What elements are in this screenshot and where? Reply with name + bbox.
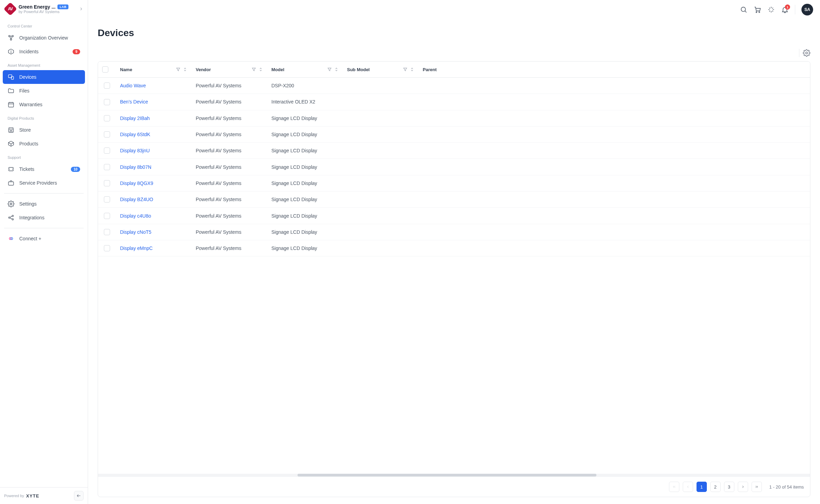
svg-point-14: [9, 217, 10, 218]
sort-icon[interactable]: [334, 67, 339, 72]
section-digital-products: Digital Products: [3, 111, 85, 123]
row-checkbox[interactable]: [104, 196, 110, 202]
row-checkbox[interactable]: [104, 180, 110, 186]
page-3-button[interactable]: 3: [724, 482, 734, 492]
cell-model: Signage LCD Display: [267, 240, 343, 256]
table-settings-button[interactable]: [803, 49, 810, 57]
cell-vendor: Powerful AV Systems: [192, 159, 267, 175]
cell-vendor: Powerful AV Systems: [192, 110, 267, 126]
row-checkbox[interactable]: [104, 131, 110, 138]
table-row: Display c4U8oPowerful AV SystemsSignage …: [98, 208, 810, 224]
filter-icon[interactable]: [176, 67, 181, 72]
page-2-button[interactable]: 2: [710, 482, 721, 492]
table-row: Audio WavePowerful AV SystemsDSP-X200: [98, 78, 810, 94]
select-all-checkbox[interactable]: [102, 66, 108, 73]
sidebar-item-incidents[interactable]: Incidents 9: [3, 45, 85, 58]
page-last-button[interactable]: [752, 482, 762, 492]
row-checkbox[interactable]: [104, 164, 110, 170]
cell-vendor: Powerful AV Systems: [192, 94, 267, 110]
sort-icon[interactable]: [183, 67, 187, 72]
device-name-link[interactable]: Display 83jnU: [120, 148, 150, 153]
row-checkbox[interactable]: [104, 147, 110, 154]
svg-rect-7: [9, 102, 14, 107]
table-row: Display 8QGX9Powerful AV SystemsSignage …: [98, 175, 810, 191]
page-next-button[interactable]: [738, 482, 748, 492]
sort-icon[interactable]: [410, 67, 414, 72]
sidebar-item-devices[interactable]: Devices: [3, 70, 85, 84]
filter-icon[interactable]: [403, 67, 408, 72]
cell-submodel: [343, 224, 419, 240]
row-checkbox[interactable]: [104, 245, 110, 251]
row-checkbox[interactable]: [104, 115, 110, 121]
divider: [795, 5, 795, 14]
table-row: Display BZ4UOPowerful AV SystemsSignage …: [98, 191, 810, 208]
sidebar-item-integrations[interactable]: Integrations: [3, 211, 85, 224]
ticket-icon: [8, 166, 14, 173]
sidebar-item-files[interactable]: Files: [3, 84, 85, 98]
avatar[interactable]: SA: [801, 4, 813, 15]
page-title: Devices: [98, 28, 134, 39]
device-name-link[interactable]: Ben's Device: [120, 99, 148, 105]
sidebar-item-label: Integrations: [19, 215, 80, 220]
filter-icon[interactable]: [327, 67, 332, 72]
row-checkbox[interactable]: [104, 83, 110, 89]
cell-model: Signage LCD Display: [267, 143, 343, 159]
filter-icon[interactable]: [251, 67, 256, 72]
collapse-sidebar-button[interactable]: [74, 491, 84, 501]
horizontal-scrollbar[interactable]: [98, 474, 810, 476]
cell-parent: [419, 208, 810, 224]
sparkle-icon[interactable]: [767, 6, 775, 13]
org-name: Green Energy ...: [19, 4, 55, 10]
device-name-link[interactable]: Display 2IBah: [120, 116, 150, 121]
table-row: Display 83jnUPowerful AV SystemsSignage …: [98, 143, 810, 159]
sidebar-item-providers[interactable]: Service Providers: [3, 176, 85, 190]
svg-line-19: [745, 11, 746, 12]
org-switcher[interactable]: AV Green Energy ... LAB by Powerful AV S…: [0, 0, 88, 18]
device-name-link[interactable]: Display 6StdK: [120, 132, 150, 137]
sidebar-item-label: Tickets: [19, 166, 66, 172]
device-name-link[interactable]: Display 8b07N: [120, 164, 151, 170]
bell-icon[interactable]: 1: [781, 6, 789, 13]
column-header-model: Model: [271, 67, 284, 72]
cell-submodel: [343, 126, 419, 142]
device-name-link[interactable]: Display c4U8o: [120, 213, 151, 219]
device-name-link[interactable]: Display BZ4UO: [120, 197, 153, 202]
powered-by-text: Powered by: [4, 494, 24, 498]
device-name-link[interactable]: Audio Wave: [120, 83, 146, 88]
sidebar-item-products[interactable]: Products: [3, 137, 85, 151]
org-logo-icon: AV: [3, 2, 17, 16]
cell-vendor: Powerful AV Systems: [192, 191, 267, 208]
device-name-link[interactable]: Display 8QGX9: [120, 180, 153, 186]
sidebar-item-label: Connect +: [19, 236, 80, 241]
row-checkbox[interactable]: [104, 99, 110, 105]
sidebar-item-overview[interactable]: Organization Overview: [3, 31, 85, 45]
sidebar-item-warranties[interactable]: Warranties: [3, 98, 85, 111]
svg-rect-12: [9, 182, 14, 185]
sidebar-item-connect[interactable]: Connect +: [3, 232, 85, 245]
svg-point-4: [11, 53, 11, 53]
cell-model: Signage LCD Display: [267, 110, 343, 126]
divider: [4, 228, 84, 228]
cell-submodel: [343, 175, 419, 191]
tickets-count-badge: 10: [71, 167, 80, 172]
sort-icon[interactable]: [258, 67, 263, 72]
cell-submodel: [343, 191, 419, 208]
device-name-link[interactable]: Display cNoT5: [120, 229, 151, 235]
sidebar-item-settings[interactable]: Settings: [3, 197, 85, 211]
cell-vendor: Powerful AV Systems: [192, 175, 267, 191]
sidebar-item-label: Warranties: [19, 102, 80, 107]
sidebar-item-tickets[interactable]: Tickets 10: [3, 162, 85, 176]
page-1-button[interactable]: 1: [697, 482, 707, 492]
sidebar-item-store[interactable]: Store: [3, 123, 85, 137]
cart-icon[interactable]: [754, 6, 761, 13]
sidebar-item-label: Files: [19, 88, 80, 94]
page-prev-button[interactable]: [683, 482, 693, 492]
divider: [799, 49, 799, 57]
device-name-link[interactable]: Display eMnpC: [120, 245, 153, 251]
sidebar: AV Green Energy ... LAB by Powerful AV S…: [0, 0, 88, 504]
search-icon[interactable]: [740, 6, 747, 13]
table-row: Display cNoT5Powerful AV SystemsSignage …: [98, 224, 810, 240]
row-checkbox[interactable]: [104, 213, 110, 219]
page-first-button[interactable]: [669, 482, 679, 492]
row-checkbox[interactable]: [104, 229, 110, 235]
